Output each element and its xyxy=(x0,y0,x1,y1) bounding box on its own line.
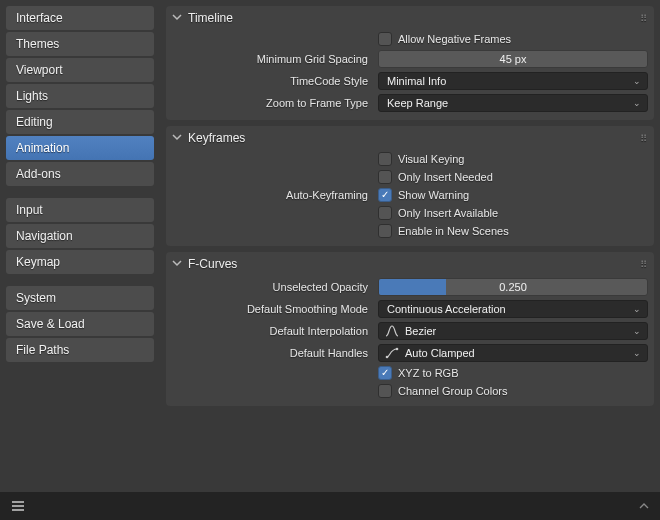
select-value: Continuous Acceleration xyxy=(385,303,629,315)
scroll-top-icon[interactable] xyxy=(638,500,650,512)
row-label: Auto-Keyframing xyxy=(172,189,372,201)
chevron-down-icon xyxy=(172,132,184,144)
row-label: Default Smoothing Mode xyxy=(172,303,372,315)
select-value: Auto Clamped xyxy=(403,347,629,359)
row-label: Default Handles xyxy=(172,347,372,359)
slider-fill xyxy=(379,279,446,295)
select-value: Keep Range xyxy=(385,97,629,109)
handle-icon xyxy=(385,346,399,360)
timecode-style-select[interactable]: Minimal Info ⌄ xyxy=(378,72,648,90)
sidebar-item-label: Interface xyxy=(16,11,63,25)
row-label: Zoom to Frame Type xyxy=(172,97,372,109)
sidebar-item-label: Input xyxy=(16,203,43,217)
chevron-down-icon: ⌄ xyxy=(633,98,641,108)
checkbox-enable-in-new-scenes[interactable] xyxy=(378,224,392,238)
default-interpolation-select[interactable]: Bezier ⌄ xyxy=(378,322,648,340)
min-grid-spacing-field[interactable]: 45 px xyxy=(378,50,648,68)
sidebar-item-label: Themes xyxy=(16,37,59,51)
checkbox-xyz-to-rgb[interactable] xyxy=(378,366,392,380)
sidebar-item-label: Editing xyxy=(16,115,53,129)
checkbox-label: Visual Keying xyxy=(398,153,464,165)
checkbox-label: Only Insert Available xyxy=(398,207,498,219)
bezier-icon xyxy=(385,324,399,338)
checkbox-label: Allow Negative Frames xyxy=(398,33,511,45)
panel-header-timeline[interactable]: Timeline ⠿ xyxy=(166,6,654,30)
chevron-down-icon xyxy=(172,12,184,24)
chevron-down-icon: ⌄ xyxy=(633,76,641,86)
panel-timeline: Timeline ⠿ Allow Negative Frames Minimum… xyxy=(166,6,654,120)
checkbox-visual-keying[interactable] xyxy=(378,152,392,166)
chevron-down-icon xyxy=(172,258,184,270)
svg-point-1 xyxy=(396,348,399,351)
sidebar-item-addons[interactable]: Add-ons xyxy=(6,162,154,186)
drag-handle-icon[interactable]: ⠿ xyxy=(640,259,648,270)
sidebar-item-label: Add-ons xyxy=(16,167,61,181)
panel-title: Keyframes xyxy=(184,131,640,145)
sidebar-item-editing[interactable]: Editing xyxy=(6,110,154,134)
sidebar-item-label: Lights xyxy=(16,89,48,103)
row-label: Minimum Grid Spacing xyxy=(172,53,372,65)
hamburger-menu-icon[interactable] xyxy=(10,498,26,514)
select-value: Minimal Info xyxy=(385,75,629,87)
panel-fcurves: F-Curves ⠿ Unselected Opacity 0.250 Defa… xyxy=(166,252,654,406)
zoom-to-frame-select[interactable]: Keep Range ⌄ xyxy=(378,94,648,112)
preferences-sidebar: Interface Themes Viewport Lights Editing… xyxy=(0,0,160,520)
chevron-down-icon: ⌄ xyxy=(633,326,641,336)
checkbox-label: XYZ to RGB xyxy=(398,367,459,379)
checkbox-label: Show Warning xyxy=(398,189,469,201)
chevron-down-icon: ⌄ xyxy=(633,304,641,314)
sidebar-item-keymap[interactable]: Keymap xyxy=(6,250,154,274)
sidebar-item-label: File Paths xyxy=(16,343,69,357)
default-smoothing-select[interactable]: Continuous Acceleration ⌄ xyxy=(378,300,648,318)
sidebar-item-system[interactable]: System xyxy=(6,286,154,310)
unselected-opacity-slider[interactable]: 0.250 xyxy=(378,278,648,296)
panel-keyframes: Keyframes ⠿ Visual Keying Only Insert Ne… xyxy=(166,126,654,246)
sidebar-item-navigation[interactable]: Navigation xyxy=(6,224,154,248)
field-value: 0.250 xyxy=(499,281,527,293)
sidebar-item-viewport[interactable]: Viewport xyxy=(6,58,154,82)
row-label: TimeCode Style xyxy=(172,75,372,87)
sidebar-item-label: Viewport xyxy=(16,63,62,77)
drag-handle-icon[interactable]: ⠿ xyxy=(640,133,648,144)
chevron-down-icon: ⌄ xyxy=(633,348,641,358)
sidebar-item-label: Save & Load xyxy=(16,317,85,331)
checkbox-label: Channel Group Colors xyxy=(398,385,507,397)
checkbox-label: Enable in New Scenes xyxy=(398,225,509,237)
row-label: Unselected Opacity xyxy=(172,281,372,293)
checkbox-only-insert-needed[interactable] xyxy=(378,170,392,184)
checkbox-channel-group-colors[interactable] xyxy=(378,384,392,398)
panel-title: F-Curves xyxy=(184,257,640,271)
panel-header-fcurves[interactable]: F-Curves ⠿ xyxy=(166,252,654,276)
field-value: 45 px xyxy=(500,53,527,65)
select-value: Bezier xyxy=(403,325,629,337)
footer-bar xyxy=(0,492,660,520)
checkbox-label: Only Insert Needed xyxy=(398,171,493,183)
sidebar-item-label: Keymap xyxy=(16,255,60,269)
panel-title: Timeline xyxy=(184,11,640,25)
row-label: Default Interpolation xyxy=(172,325,372,337)
sidebar-item-lights[interactable]: Lights xyxy=(6,84,154,108)
checkbox-allow-negative-frames[interactable] xyxy=(378,32,392,46)
sidebar-item-label: Navigation xyxy=(16,229,73,243)
drag-handle-icon[interactable]: ⠿ xyxy=(640,13,648,24)
sidebar-item-save-load[interactable]: Save & Load xyxy=(6,312,154,336)
sidebar-item-file-paths[interactable]: File Paths xyxy=(6,338,154,362)
sidebar-item-interface[interactable]: Interface xyxy=(6,6,154,30)
sidebar-item-label: Animation xyxy=(16,141,69,155)
sidebar-item-input[interactable]: Input xyxy=(6,198,154,222)
sidebar-item-themes[interactable]: Themes xyxy=(6,32,154,56)
sidebar-item-label: System xyxy=(16,291,56,305)
checkbox-only-insert-available[interactable] xyxy=(378,206,392,220)
svg-point-0 xyxy=(386,356,389,359)
checkbox-show-warning[interactable] xyxy=(378,188,392,202)
panel-header-keyframes[interactable]: Keyframes ⠿ xyxy=(166,126,654,150)
sidebar-item-animation[interactable]: Animation xyxy=(6,136,154,160)
default-handles-select[interactable]: Auto Clamped ⌄ xyxy=(378,344,648,362)
preferences-content: Timeline ⠿ Allow Negative Frames Minimum… xyxy=(160,0,660,520)
